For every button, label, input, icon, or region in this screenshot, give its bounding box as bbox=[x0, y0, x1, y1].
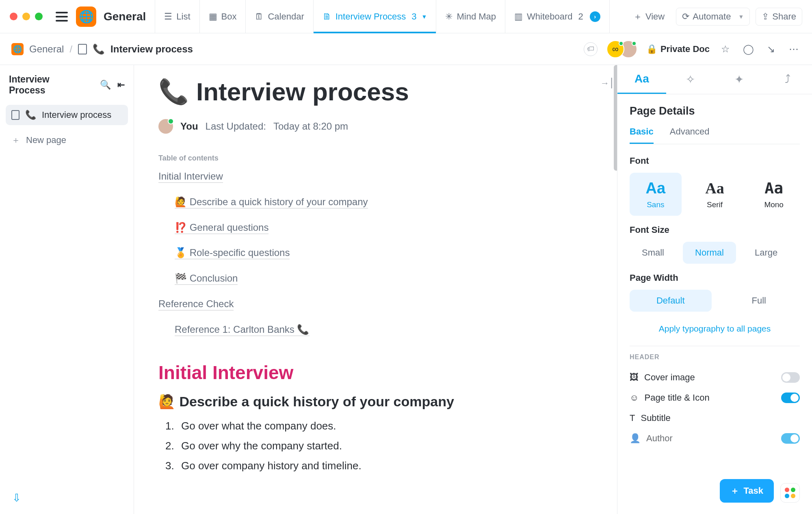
import-icon[interactable]: ⇩ bbox=[12, 492, 21, 504]
toc-link[interactable]: ⁉️ General questions bbox=[175, 222, 269, 234]
tab-list[interactable]: ☰ List bbox=[155, 0, 199, 33]
breadcrumb-root[interactable]: General bbox=[29, 43, 64, 55]
tab-ai[interactable]: ✦ bbox=[715, 65, 764, 94]
search-icon[interactable]: 🔍 bbox=[100, 80, 111, 90]
link-icon: ✧ bbox=[686, 73, 695, 86]
list-icon: ☰ bbox=[164, 11, 172, 22]
page-title-text: Interview process bbox=[196, 77, 409, 106]
subtab-advanced[interactable]: Advanced bbox=[670, 126, 710, 144]
tab-calendar[interactable]: 🗓 Calendar bbox=[246, 0, 313, 33]
avatar bbox=[158, 119, 173, 134]
size-small[interactable]: Small bbox=[630, 242, 676, 264]
toc-link[interactable]: Reference Check bbox=[158, 298, 234, 310]
heading-1[interactable]: Initial Interview bbox=[158, 362, 580, 384]
presence-avatars[interactable]: ∞ bbox=[606, 40, 637, 58]
tab-interview-process[interactable]: 🗎 Interview Process 3 ▼ bbox=[314, 0, 437, 33]
apply-typography-link[interactable]: Apply typography to all pages bbox=[630, 324, 800, 334]
subtab-basic[interactable]: Basic bbox=[630, 126, 654, 144]
list-item[interactable]: Go over company history and timeline. bbox=[177, 456, 580, 476]
smile-icon: ☺ bbox=[630, 393, 639, 403]
arrow-right-icon[interactable]: › bbox=[590, 11, 600, 22]
collapse-right-icon[interactable]: →⎮ bbox=[600, 78, 614, 89]
space-name[interactable]: General bbox=[104, 10, 146, 23]
toggle-cover-switch[interactable] bbox=[781, 372, 800, 383]
size-normal[interactable]: Normal bbox=[683, 242, 736, 264]
fontsize-heading: Font Size bbox=[630, 225, 800, 235]
list-item[interactable]: Go over why the company started. bbox=[177, 436, 580, 456]
tab-export[interactable]: ⤴ bbox=[763, 65, 812, 94]
new-task-label: Task bbox=[743, 486, 763, 496]
breadcrumb-separator: / bbox=[69, 43, 72, 55]
tab-relationships[interactable]: ✧ bbox=[666, 65, 715, 94]
maximize-window[interactable] bbox=[35, 13, 43, 20]
tab-box[interactable]: ▦ Box bbox=[200, 0, 246, 33]
tab-whiteboard[interactable]: ▥ Whiteboard 2 › bbox=[505, 0, 610, 33]
plus-icon: ＋ bbox=[633, 11, 642, 23]
window-controls bbox=[10, 13, 43, 20]
automate-label: Automate bbox=[693, 11, 731, 22]
favorite-button[interactable]: ☆ bbox=[719, 42, 732, 56]
privacy-button[interactable]: 🔒 Private Doc bbox=[646, 44, 710, 54]
tab-mindmap[interactable]: ✳ Mind Map bbox=[436, 0, 505, 33]
new-page-button[interactable]: ＋ New page bbox=[6, 129, 128, 151]
share-button[interactable]: ⇪ Share bbox=[756, 8, 802, 26]
toc-link[interactable]: 🏁 Conclusion bbox=[175, 273, 238, 285]
plus-icon: ＋ bbox=[730, 485, 739, 497]
tab-list-label: List bbox=[176, 11, 190, 22]
more-button[interactable]: ⋯ bbox=[787, 42, 801, 56]
scrollbar[interactable] bbox=[614, 65, 617, 171]
space-icon[interactable]: 🌐 bbox=[76, 7, 96, 27]
fontsize-options: Small Normal Large bbox=[630, 242, 800, 264]
toggle-author: 👤 Author bbox=[630, 428, 800, 449]
author-name: You bbox=[180, 121, 198, 132]
list-item[interactable]: Go over what the company does. bbox=[177, 416, 580, 436]
toc-link[interactable]: 🏅 Role-specific questions bbox=[175, 247, 290, 259]
collapse-sidebar-icon[interactable]: ⇤ bbox=[117, 80, 125, 90]
breadcrumb-space-icon[interactable]: 🌐 bbox=[11, 43, 24, 55]
download-button[interactable]: ↘ bbox=[764, 42, 778, 56]
tag-button[interactable]: 🏷 bbox=[584, 42, 598, 56]
toc-link[interactable]: Reference 1: Carlton Banks 📞 bbox=[175, 324, 310, 336]
page-title[interactable]: 📞 Interview process bbox=[158, 77, 580, 106]
new-task-button[interactable]: ＋ Task bbox=[720, 479, 774, 503]
toggle-author-switch[interactable] bbox=[781, 433, 800, 444]
breadcrumb-emoji: 📞 bbox=[93, 43, 105, 55]
sparkle-icon: ✦ bbox=[734, 73, 744, 86]
font-serif[interactable]: AaSerif bbox=[689, 173, 741, 216]
breadcrumb-actions: 🏷 ∞ 🔒 Private Doc ☆ ◯ ↘ ⋯ bbox=[584, 40, 801, 58]
minimize-window[interactable] bbox=[22, 13, 30, 20]
divider bbox=[630, 346, 800, 346]
left-sidebar: Interview Process 🔍 ⇤ 📞 Interview proces… bbox=[0, 65, 134, 514]
menu-icon[interactable] bbox=[56, 12, 68, 22]
toc-link[interactable]: 🙋 Describe a quick history of your compa… bbox=[175, 196, 368, 208]
pagewidth-heading: Page Width bbox=[630, 273, 800, 283]
box-icon: ▦ bbox=[209, 11, 217, 22]
apps-button[interactable] bbox=[780, 483, 800, 503]
toggle-subtitle-label: Subtitle bbox=[641, 413, 670, 423]
toggle-cover-image: 🖼 Cover image bbox=[630, 367, 800, 388]
page-details-title: Page Details bbox=[630, 105, 800, 117]
add-view-button[interactable]: ＋ View bbox=[628, 7, 670, 26]
toggle-title-switch[interactable] bbox=[781, 393, 800, 403]
right-panel-body: Page Details Basic Advanced Font AaSans … bbox=[617, 94, 812, 459]
chevron-down-icon[interactable]: ▼ bbox=[422, 13, 427, 20]
font-mono[interactable]: AaMono bbox=[748, 173, 800, 216]
tab-typography[interactable]: Aa bbox=[617, 65, 666, 94]
font-heading: Font bbox=[630, 156, 800, 166]
ordered-list[interactable]: Go over what the company does. Go over w… bbox=[158, 416, 580, 476]
automate-button[interactable]: ⟳ Automate ▼ bbox=[676, 8, 750, 26]
toc-link[interactable]: Initial Interview bbox=[158, 171, 223, 183]
document-area[interactable]: →⎮ 📞 Interview process You Last Updated:… bbox=[134, 65, 617, 514]
width-full[interactable]: Full bbox=[718, 290, 800, 312]
font-sans[interactable]: AaSans bbox=[630, 173, 682, 216]
comments-button[interactable]: ◯ bbox=[741, 42, 755, 56]
heading-2[interactable]: 🙋 Describe a quick history of your compa… bbox=[158, 393, 580, 410]
sidebar-item-interview-process[interactable]: 📞 Interview process bbox=[6, 105, 128, 125]
breadcrumb-page[interactable]: Interview process bbox=[110, 43, 193, 55]
new-page-label: New page bbox=[26, 135, 66, 145]
main-row: Interview Process 🔍 ⇤ 📞 Interview proces… bbox=[0, 65, 812, 514]
size-large[interactable]: Large bbox=[743, 242, 790, 264]
tab-whiteboard-count: 2 bbox=[578, 11, 583, 22]
close-window[interactable] bbox=[10, 13, 17, 20]
width-default[interactable]: Default bbox=[630, 290, 712, 312]
